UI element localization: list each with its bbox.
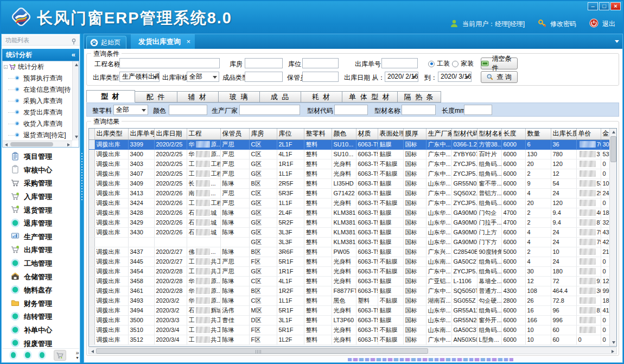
column-header[interactable]: 库房: [249, 129, 277, 139]
column-header[interactable]: 金: [601, 129, 609, 139]
column-header[interactable]: 出库长度: [551, 129, 576, 139]
sidebar-menu-item[interactable]: 物料盘存: [2, 284, 79, 297]
table-row[interactable]: 调拨出库34132020/2/26南...严思C区5R3F整料G71422606…: [89, 188, 609, 198]
material-tab[interactable]: 单 体 型 材: [342, 91, 398, 103]
dot-icon[interactable]: [25, 352, 30, 358]
scrollbar-thumb[interactable]: [96, 348, 428, 354]
column-header[interactable]: 库位: [277, 129, 304, 139]
table-row[interactable]: 调拨出库34002020/2/25华原...严思C区4L1F整料SU10...6…: [89, 149, 609, 159]
table-row[interactable]: 调拨出库34302020/2/26石城陈琳G区3L3F整料KLM38176063…: [89, 227, 609, 237]
table-row[interactable]: 调拨出库34942020/3/2石辉城汤伟M区5R1F整料光身料6063-T5贴…: [89, 305, 609, 315]
pin-icon[interactable]: [71, 37, 77, 43]
material-tab[interactable]: 玻 璃: [219, 91, 260, 103]
table-row[interactable]: G区3L3F整料KLM38176063-T5贴膜国标山东华...GA90M09.…: [89, 237, 609, 247]
warehouse-input[interactable]: [245, 58, 283, 68]
clear-conditions-button[interactable]: 清空条件: [481, 58, 518, 69]
profile-name-input[interactable]: [402, 105, 436, 115]
keeper-input[interactable]: [302, 72, 339, 82]
table-row[interactable]: 调拨出库34372020/2/27佛...陈琳B区3R6F整料PW056063-…: [89, 247, 609, 257]
section-header-statistics[interactable]: 统计分析 «: [2, 49, 79, 61]
material-tab[interactable]: 辅 材: [177, 91, 219, 103]
table-row[interactable]: 调拨出库34242020/2/26工工程严思G区1L1F整料光身料6063-T5…: [89, 198, 609, 208]
audit-combo[interactable]: 全部: [187, 72, 219, 82]
change-password-link[interactable]: 修改密码: [550, 20, 576, 29]
scroll-down-icon[interactable]: [73, 133, 79, 141]
column-header[interactable]: 整零料: [304, 129, 332, 139]
table-row[interactable]: 调拨出库35122020/3/4工共工程陈琳F区1L2F整料光身料6063-T5…: [89, 335, 609, 344]
sidebar-menu-item[interactable]: 入库管理: [2, 190, 79, 204]
table-row[interactable]: 调拨出库33992020/2/25华原...严思C区2L1F整料SU10...6…: [89, 139, 609, 149]
sidebar-menu-item[interactable]: 财务管理: [2, 297, 79, 311]
column-header[interactable]: 材质: [356, 129, 378, 139]
sidebar-menu-item[interactable]: 补单中心: [2, 324, 79, 337]
material-tab[interactable]: 耗 材: [301, 91, 342, 103]
table-row[interactable]: 调拨出库34282020/2/26石城陈琳G区2L4F整料KLM38176063…: [89, 208, 609, 218]
column-header[interactable]: 生产厂家: [426, 129, 451, 139]
location-input[interactable]: [302, 58, 339, 68]
tree-vertical-scrollbar[interactable]: [72, 61, 79, 141]
length-input[interactable]: [464, 105, 492, 115]
date-to-picker[interactable]: 2020/ 3/16: [438, 72, 472, 82]
tab-list-caret-icon[interactable]: [615, 40, 619, 43]
date-from-picker[interactable]: 2020/ 2/16: [385, 72, 418, 82]
product-type-input[interactable]: [245, 72, 283, 82]
minimize-button[interactable]: –: [588, 2, 598, 10]
search-button[interactable]: 查 询: [481, 71, 518, 83]
logout-link[interactable]: 退出: [602, 20, 615, 29]
material-tab[interactable]: 型 材: [86, 90, 135, 103]
scroll-up-icon[interactable]: [610, 129, 617, 136]
sidebar-menu-item[interactable]: 退货管理: [2, 203, 79, 217]
close-button[interactable]: ×: [610, 2, 621, 10]
column-header[interactable]: 出库日期: [154, 129, 187, 139]
tree-expander-icon[interactable]: -: [4, 65, 8, 69]
table-row[interactable]: 调拨出库34072020/2/25工工程严思G区1L1F整料光身料6063-T5…: [89, 169, 609, 178]
material-tab[interactable]: 隔 热 条: [398, 91, 441, 103]
column-header[interactable]: 出库单号: [128, 129, 154, 139]
collapse-icon[interactable]: «: [72, 49, 75, 61]
tree-item[interactable]: 发货出库查询: [3, 107, 79, 118]
maximize-button[interactable]: □: [599, 2, 609, 10]
radio-workwear[interactable]: 工装: [428, 59, 450, 68]
scroll-down-icon[interactable]: [610, 339, 617, 346]
table-row[interactable]: 调拨出库34582020/2/28华原...陈琳C区4L1F整料光身料6063-…: [89, 276, 609, 286]
table-row[interactable]: 调拨出库35002020/3/3工共工程曹佳D区3L1F整料LT3P606063…: [89, 315, 609, 325]
cart-shortcut-button[interactable]: [54, 350, 66, 361]
profile-code-input[interactable]: [334, 105, 368, 115]
tree-item[interactable]: 在途信息查询[待: [3, 84, 79, 95]
table-row[interactable]: 调拨出库34032020/2/25工工程严思G区1R1F整料光身料6063-T5…: [89, 159, 609, 169]
scroll-up-icon[interactable]: [73, 61, 79, 68]
column-header[interactable]: 长度: [501, 129, 525, 139]
table-row[interactable]: 调拨出库34932020/3/2华原...陈琳C区1L1F整料黑色塑料不贴膜国标…: [89, 296, 609, 305]
dot-icon[interactable]: [40, 352, 44, 358]
table-row[interactable]: 调拨出库34542020/2/28工共工程严思G区1R1F整料光身料6063-T…: [89, 266, 609, 276]
color-input[interactable]: [169, 105, 207, 115]
column-header[interactable]: 工程: [187, 129, 220, 139]
sidebar-menu-item[interactable]: 工地管理: [2, 257, 79, 271]
tab-outbound-query[interactable]: 发货出库查询 ×: [131, 34, 195, 49]
sidebar-menu-item[interactable]: 退库管理: [2, 217, 79, 231]
table-row[interactable]: 调拨出库34452020/2/27工共工程严思F区5R1F整料光身料6063-T…: [89, 257, 609, 266]
scrollbar-thumb[interactable]: [10, 142, 53, 146]
scrollbar-thumb[interactable]: [610, 136, 616, 162]
sidebar-menu-item[interactable]: 出库管理: [2, 244, 79, 257]
tree-item[interactable]: 退货查询[待定]: [3, 130, 79, 141]
tree-root-statistics[interactable]: - 统计分析: [3, 61, 79, 73]
sidebar-menu-item[interactable]: 项目管理: [2, 150, 79, 164]
project-name-input[interactable]: [119, 58, 220, 68]
table-row[interactable]: 调拨出库34292020/2/26石城陈琳G区5R2F整料KLM38176063…: [89, 218, 609, 227]
column-header[interactable]: 型材代码: [451, 129, 477, 139]
column-header[interactable]: 型材名称: [477, 129, 501, 139]
tab-home[interactable]: 起始页: [86, 36, 126, 49]
tab-close-icon[interactable]: ×: [186, 34, 190, 49]
material-tab[interactable]: 配 件: [135, 91, 177, 103]
column-header[interactable]: 颜色: [332, 129, 356, 139]
sidebar-menu-item[interactable]: 仓储管理: [2, 270, 79, 284]
sidebar-menu-item[interactable]: 审核中心: [2, 164, 79, 177]
tree-item[interactable]: 预算执行查询: [3, 73, 79, 84]
column-header[interactable]: 表面处理: [378, 129, 403, 139]
table-row[interactable]: 调拨出库34092020/2/25长...陈琳B区2R5F整料LI35HD606…: [89, 178, 609, 188]
scroll-right-icon[interactable]: [609, 348, 616, 355]
whole-part-combo[interactable]: 全部: [113, 105, 148, 115]
column-header[interactable]: 数量: [525, 129, 551, 139]
tree-horizontal-scrollbar[interactable]: [3, 141, 72, 147]
